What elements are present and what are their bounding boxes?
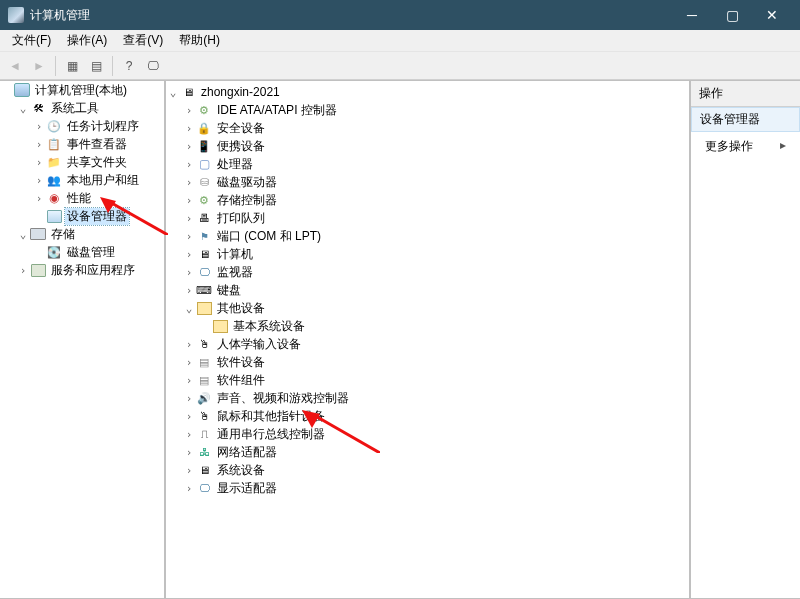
expander-icon[interactable]: › [182,374,196,387]
tree-storage[interactable]: ⌄ 存储 [16,225,164,243]
expander-icon[interactable]: › [182,356,196,369]
expander-icon[interactable]: › [16,264,30,277]
security-devices-icon [196,121,212,135]
disk-management-icon [46,245,62,259]
device-root-computer[interactable]: ⌄ zhongxin-2021 [166,83,689,101]
event-viewer-icon [46,137,62,151]
expander-icon[interactable]: › [32,120,46,133]
tree-performance[interactable]: › 性能 [32,189,164,207]
tree-task-scheduler-label: 任务计划程序 [65,118,141,135]
menu-file[interactable]: 文件(F) [4,30,59,51]
device-cat-network[interactable]: ›网络适配器 [182,443,689,461]
nav-back-button[interactable]: ◄ [4,55,26,77]
expander-icon[interactable]: › [182,284,196,297]
expander-icon[interactable]: ⌄ [16,102,30,115]
device-cat-other[interactable]: ⌄其他设备 [182,299,689,317]
tree-system-tools-label: 系统工具 [49,100,101,117]
device-cat-usb[interactable]: ›通用串行总线控制器 [182,425,689,443]
tree-local-users[interactable]: › 本地用户和组 [32,171,164,189]
tree-event-viewer[interactable]: › 事件查看器 [32,135,164,153]
expander-icon[interactable]: › [182,428,196,441]
expander-icon[interactable]: › [182,104,196,117]
expander-icon[interactable]: › [182,266,196,279]
tree-shared-folders[interactable]: › 共享文件夹 [32,153,164,171]
device-other-basic-system-label: 基本系统设备 [231,318,307,335]
menu-help[interactable]: 帮助(H) [171,30,228,51]
expander-icon[interactable]: › [182,464,196,477]
tree-task-scheduler[interactable]: › 任务计划程序 [32,117,164,135]
device-cat-ide[interactable]: ›IDE ATA/ATAPI 控制器 [182,101,689,119]
mice-icon [196,409,212,423]
device-cat-diskdrives[interactable]: ›磁盘驱动器 [182,173,689,191]
device-cat-processors-label: 处理器 [215,156,255,173]
menu-view[interactable]: 查看(V) [115,30,171,51]
software-devices-icon [196,355,212,369]
toolbar-list-button[interactable]: ▤ [85,55,107,77]
portable-devices-icon [196,139,212,153]
device-cat-sound[interactable]: ›声音、视频和游戏控制器 [182,389,689,407]
device-cat-security[interactable]: ›安全设备 [182,119,689,137]
expander-icon[interactable]: › [182,338,196,351]
expander-icon[interactable]: › [182,194,196,207]
expander-icon[interactable]: › [182,212,196,225]
device-root-label: zhongxin-2021 [199,85,282,99]
minimize-button[interactable]: ─ [672,0,712,30]
toolbar-help-button[interactable]: ? [118,55,140,77]
expander-icon[interactable]: › [32,192,46,205]
tree-device-manager[interactable]: 设备管理器 [32,207,164,225]
storage-icon [30,227,46,241]
device-cat-computers[interactable]: ›计算机 [182,245,689,263]
expander-icon[interactable]: › [182,446,196,459]
display-adapters-icon [196,481,212,495]
tree-system-tools[interactable]: ⌄ 系统工具 [16,99,164,117]
toolbar-options-button[interactable]: ▦ [61,55,83,77]
expander-icon[interactable]: › [32,138,46,151]
expander-icon[interactable]: ⌄ [16,228,30,241]
device-cat-software-components[interactable]: ›软件组件 [182,371,689,389]
device-cat-mice[interactable]: ›鼠标和其他指针设备 [182,407,689,425]
hid-icon [196,337,212,351]
tree-root-computer-management[interactable]: 计算机管理(本地) [0,81,164,99]
device-cat-keyboards[interactable]: ›键盘 [182,281,689,299]
device-cat-portable[interactable]: ›便携设备 [182,137,689,155]
device-other-basic-system[interactable]: 基本系统设备 [198,317,689,335]
print-queues-icon [196,211,212,225]
computers-icon [196,247,212,261]
device-cat-portable-label: 便携设备 [215,138,267,155]
close-button[interactable]: ✕ [752,0,792,30]
device-cat-software-devices[interactable]: ›软件设备 [182,353,689,371]
expander-icon[interactable]: › [182,140,196,153]
expander-icon[interactable]: › [182,122,196,135]
device-cat-printqueues[interactable]: ›打印队列 [182,209,689,227]
expander-icon[interactable]: › [32,174,46,187]
toolbar-properties-button[interactable]: 🖵 [142,55,164,77]
expander-icon[interactable]: › [182,482,196,495]
device-cat-storagectl[interactable]: ›存储控制器 [182,191,689,209]
expander-icon[interactable]: › [182,392,196,405]
expander-icon[interactable]: › [182,230,196,243]
expander-icon[interactable]: › [32,156,46,169]
expander-icon[interactable]: › [182,158,196,171]
actions-more-link[interactable]: 更多操作 ▸ [691,132,800,161]
menu-action[interactable]: 操作(A) [59,30,115,51]
expander-icon[interactable]: ⌄ [182,302,196,315]
device-cat-display-label: 显示适配器 [215,480,279,497]
device-cat-hid-label: 人体学输入设备 [215,336,303,353]
expander-icon[interactable]: › [182,176,196,189]
performance-icon [46,191,62,205]
tree-services-apps[interactable]: › 服务和应用程序 [16,261,164,279]
device-cat-sound-label: 声音、视频和游戏控制器 [215,390,351,407]
tree-disk-management[interactable]: 磁盘管理 [32,243,164,261]
device-cat-hid[interactable]: ›人体学输入设备 [182,335,689,353]
device-cat-monitors[interactable]: ›监视器 [182,263,689,281]
tree-device-manager-label: 设备管理器 [65,208,129,225]
device-cat-processors[interactable]: ›处理器 [182,155,689,173]
expander-icon[interactable]: ⌄ [166,86,180,99]
device-cat-ports[interactable]: ›端口 (COM 和 LPT) [182,227,689,245]
maximize-button[interactable]: ▢ [712,0,752,30]
expander-icon[interactable]: › [182,410,196,423]
device-cat-system-devices[interactable]: ›系统设备 [182,461,689,479]
device-cat-display[interactable]: ›显示适配器 [182,479,689,497]
nav-forward-button[interactable]: ► [28,55,50,77]
expander-icon[interactable]: › [182,248,196,261]
